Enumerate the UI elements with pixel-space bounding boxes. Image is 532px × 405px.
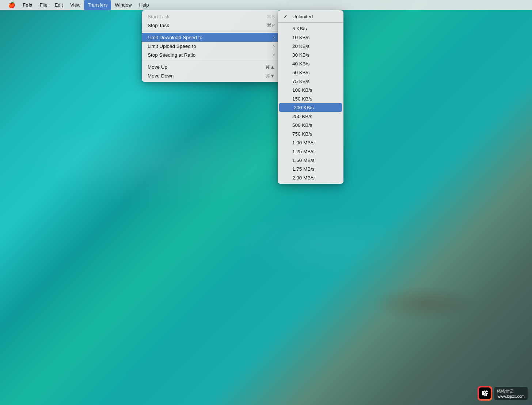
submenu-item-750kbs[interactable]: 750 KB/s	[278, 129, 343, 138]
watermark: 嗒 嗒嗒笔记 www.bijixx.com	[478, 386, 528, 401]
submenu-item-5kbs[interactable]: 5 KB/s	[278, 24, 343, 33]
menu-item-move-down-label: Move Down	[148, 73, 174, 79]
submenu-item-250kbs-label: 250 KB/s	[292, 114, 312, 119]
submenu-item-500kbs-label: 500 KB/s	[292, 122, 312, 128]
watermark-text: 嗒嗒笔记 www.bijixx.com	[494, 387, 528, 400]
submenu-item-500kbs[interactable]: 500 KB/s	[278, 121, 343, 129]
submenu-item-40kbs[interactable]: 40 KB/s	[278, 59, 343, 68]
submenu-item-10kbs[interactable]: 10 KB/s	[278, 33, 343, 42]
submenu-item-30kbs[interactable]: 30 KB/s	[278, 50, 343, 59]
watermark-icon: 嗒	[478, 386, 492, 401]
menu-item-move-up[interactable]: Move Up ⌘▲	[142, 63, 281, 71]
submenu-item-1mbs-label: 1.00 MB/s	[292, 140, 315, 145]
submenu-item-unlimited-label: Unlimited	[292, 14, 313, 19]
menu-item-limit-upload-label: Limit Upload Speed to	[148, 43, 196, 49]
menubar-left: 🍎 Folx File Edit View Transfers Window H…	[4, 0, 152, 10]
menu-item-start-task-label: Start Task	[148, 14, 170, 19]
svg-text:嗒: 嗒	[482, 390, 488, 397]
menubar-item-file[interactable]: File	[36, 0, 51, 10]
submenu-item-2mbs[interactable]: 2.00 MB/s	[278, 173, 343, 182]
submenu-item-15mbs-label: 1.50 MB/s	[292, 158, 315, 163]
check-icon-unlimited: ✓	[284, 14, 289, 19]
menubar-item-help[interactable]: Help	[136, 0, 153, 10]
submenu-arrow-download: ›	[273, 35, 275, 40]
submenu-item-75kbs-label: 75 KB/s	[292, 79, 309, 84]
menu-item-move-down-shortcut: ⌘▼	[265, 73, 275, 79]
watermark-line1: 嗒嗒笔记	[497, 389, 525, 394]
menu-item-stop-task[interactable]: Stop Task ⌘P	[142, 21, 281, 30]
menu-separator-2	[142, 61, 281, 61]
submenu-item-unlimited[interactable]: ✓ Unlimited	[278, 12, 343, 21]
menubar-item-window[interactable]: Window	[111, 0, 135, 10]
submenu-item-175mbs-label: 1.75 MB/s	[292, 166, 315, 172]
transfers-menu: Start Task ⌘S Stop Task ⌘P Limit Downloa…	[142, 10, 281, 82]
menubar-item-transfers[interactable]: Transfers	[84, 0, 111, 10]
submenu-item-50kbs[interactable]: 50 KB/s	[278, 68, 343, 77]
menu-item-start-task-shortcut: ⌘S	[267, 14, 275, 19]
submenu-item-30kbs-label: 30 KB/s	[292, 52, 309, 58]
submenu-item-10kbs-label: 10 KB/s	[292, 35, 309, 40]
submenu-item-20kbs-label: 20 KB/s	[292, 43, 309, 49]
submenu-item-150kbs-label: 150 KB/s	[292, 96, 312, 102]
menu-item-start-task[interactable]: Start Task ⌘S	[142, 12, 281, 21]
submenu-item-250kbs[interactable]: 250 KB/s	[278, 112, 343, 121]
submenu-item-40kbs-label: 40 KB/s	[292, 61, 309, 67]
submenu-item-1mbs[interactable]: 1.00 MB/s	[278, 138, 343, 147]
download-speed-submenu: ✓ Unlimited 5 KB/s 10 KB/s 20 KB/s 30 KB…	[278, 10, 343, 184]
submenu-item-750kbs-label: 750 KB/s	[292, 131, 312, 137]
submenu-item-125mbs[interactable]: 1.25 MB/s	[278, 147, 343, 156]
submenu-arrow-seeding: ›	[273, 52, 275, 57]
menu-separator-1	[142, 31, 281, 31]
menubar-item-edit[interactable]: Edit	[51, 0, 66, 10]
menu-item-limit-download-label: Limit Download Speed to	[148, 35, 202, 40]
menu-item-move-up-shortcut: ⌘▲	[265, 64, 275, 70]
menu-item-stop-task-shortcut: ⌘P	[267, 23, 275, 28]
submenu-item-200kbs[interactable]: 200 KB/s	[279, 103, 342, 112]
submenu-item-15mbs[interactable]: 1.50 MB/s	[278, 156, 343, 164]
menu-item-move-up-label: Move Up	[148, 64, 167, 70]
menu-item-stop-seeding[interactable]: Stop Seeding at Ratio ›	[142, 50, 281, 59]
submenu-item-100kbs[interactable]: 100 KB/s	[278, 86, 343, 94]
submenu-item-125mbs-label: 1.25 MB/s	[292, 149, 315, 154]
menubar: 🍎 Folx File Edit View Transfers Window H…	[0, 0, 532, 10]
submenu-item-150kbs[interactable]: 150 KB/s	[278, 94, 343, 103]
watermark-line2: www.bijixx.com	[497, 394, 525, 398]
submenu-item-20kbs[interactable]: 20 KB/s	[278, 42, 343, 50]
menubar-item-view[interactable]: View	[66, 0, 84, 10]
menubar-item-folx[interactable]: Folx	[19, 0, 36, 10]
menu-item-stop-seeding-label: Stop Seeding at Ratio	[148, 52, 195, 58]
submenu-item-50kbs-label: 50 KB/s	[292, 70, 309, 75]
apple-menu-item[interactable]: 🍎	[4, 0, 19, 10]
menu-item-move-down[interactable]: Move Down ⌘▼	[142, 71, 281, 80]
submenu-item-100kbs-label: 100 KB/s	[292, 87, 312, 93]
menu-item-stop-task-label: Stop Task	[148, 23, 169, 28]
menu-item-limit-download[interactable]: Limit Download Speed to ›	[142, 33, 281, 42]
submenu-arrow-upload: ›	[273, 43, 275, 49]
submenu-item-2mbs-label: 2.00 MB/s	[292, 175, 315, 181]
submenu-item-5kbs-label: 5 KB/s	[292, 26, 307, 31]
submenu-item-200kbs-label: 200 KB/s	[294, 105, 314, 110]
menu-item-limit-upload[interactable]: Limit Upload Speed to ›	[142, 42, 281, 50]
submenu-separator	[278, 22, 343, 23]
submenu-item-175mbs[interactable]: 1.75 MB/s	[278, 164, 343, 173]
submenu-item-75kbs[interactable]: 75 KB/s	[278, 77, 343, 86]
